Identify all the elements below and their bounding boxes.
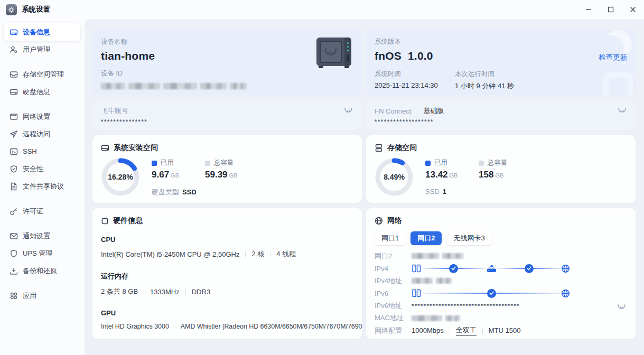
ipv4-address-label: IPv4地址: [375, 276, 412, 286]
check-icon: [525, 264, 534, 273]
user-gear-icon: [10, 45, 18, 54]
maximize-button[interactable]: [600, 0, 622, 19]
globe-icon: [375, 217, 383, 225]
sidebar-item-label: 文件共享协议: [23, 182, 64, 191]
system-space-percent: 16.28%: [101, 157, 140, 197]
network-config-row: 网络配置 1000Mbps 全双工 MTU 1500: [375, 324, 627, 337]
sidebar-item-notifications[interactable]: 通知设置: [4, 227, 80, 245]
gpu-info: Intel HD Graphics 3000 AMD Whistler [Rad…: [101, 323, 353, 330]
window-title: 系统设置: [22, 5, 50, 14]
gpu-label: GPU: [101, 309, 353, 317]
system-space-card: 系统安装空间 16.28% 已用 9.67GB 总容量 59.: [92, 135, 362, 203]
ipv6-connection-diagram: [412, 288, 570, 298]
check-update-link[interactable]: 检查更新: [599, 53, 627, 62]
used-label: 已用: [434, 158, 447, 167]
uptime-value: 1 小时 9 分钟 41 秒: [455, 81, 514, 91]
network-port-icon: [10, 113, 18, 121]
ipv6-label: IPv6: [375, 289, 412, 297]
key-icon: [10, 207, 18, 216]
ipv6-address-label: IPv6地址: [375, 301, 412, 311]
port-name-label: 网口2: [375, 251, 412, 261]
used-legend-swatch: [152, 161, 157, 166]
sidebar-item-disk-info[interactable]: 硬盘信息: [4, 83, 80, 100]
sidebar-item-ups[interactable]: UPS 管理: [4, 245, 80, 262]
router-icon: [486, 264, 497, 273]
apps-grid-icon: [10, 292, 18, 300]
sidebar-item-device-info[interactable]: 设备信息: [4, 23, 80, 41]
sidebar-item-security[interactable]: 安全性: [4, 160, 80, 178]
used-label: 已用: [161, 158, 174, 167]
used-value: 13.42: [425, 170, 448, 180]
sidebar-item-label: 硬盘信息: [23, 87, 50, 97]
system-space-title: 系统安装空间: [114, 143, 158, 153]
network-card: 网络 网口1 网口2 无线网卡3 网口2 IPv4: [366, 208, 636, 339]
disk-type-value: SSD: [182, 188, 197, 196]
system-version-label: 系统版本: [375, 38, 627, 46]
tab-port2[interactable]: 网口2: [410, 231, 442, 245]
envelope-icon: [10, 232, 18, 240]
tab-wireless3[interactable]: 无线网卡3: [446, 231, 491, 245]
sidebar-item-backup[interactable]: 备份和还原: [4, 262, 80, 279]
sidebar-item-apps[interactable]: 应用: [4, 287, 80, 304]
link-speed: 1000Mbps: [412, 326, 444, 334]
sidebar-item-storage-management[interactable]: 存储空间管理: [4, 66, 80, 83]
minimize-button[interactable]: [577, 0, 600, 19]
ipv4-label: IPv4: [375, 265, 412, 273]
ipv4-status-row: IPv4: [375, 263, 627, 275]
fnos-horn-icon: [344, 107, 353, 114]
fn-connect-card: FN Connect 基础版 *******************: [366, 100, 636, 130]
gpu-integrated: Intel HD Graphics 3000: [101, 323, 169, 330]
storage-space-donut: 8.49%: [375, 157, 414, 197]
port-name-redacted: [412, 253, 463, 259]
sidebar-item-label: 设备信息: [23, 27, 50, 37]
system-space-donut: 16.28%: [101, 157, 140, 197]
ram-size: 2 条共 8 GB: [101, 287, 138, 296]
sidebar-item-label: 网络设置: [23, 112, 50, 122]
disk-icon: [10, 88, 18, 96]
sidebar-item-label: 安全性: [23, 164, 43, 174]
ram-info: 2 条共 8 GB 1333MHz DDR3: [101, 287, 353, 296]
chip-icon: [101, 217, 109, 225]
sidebar-item-label: SSH: [23, 147, 37, 155]
network-title: 网络: [387, 216, 402, 226]
sidebar-item-file-sharing[interactable]: 文件共享协议: [4, 178, 80, 195]
fnos-horn-icon: [617, 304, 626, 310]
mtu-value: MTU 1500: [489, 326, 521, 334]
sidebar-item-network-settings[interactable]: 网络设置: [4, 108, 80, 125]
cpu-threads: 4 线程: [276, 249, 296, 259]
close-button[interactable]: [622, 0, 644, 19]
sidebar-item-label: 应用: [23, 291, 36, 301]
nas-server-icon: [412, 288, 422, 298]
mac-address-redacted: [412, 315, 460, 321]
system-version-card: 系统版本 fnOS 1.0.0 检查更新 系统时间 2025-11-21 23:…: [366, 30, 636, 95]
ups-shield-icon: [10, 249, 18, 258]
total-value: 59.39: [205, 170, 228, 180]
total-unit: GB: [229, 172, 238, 179]
cpu-label: CPU: [101, 236, 353, 244]
total-legend-swatch: [479, 161, 484, 166]
fn-connect-badge: 基础版: [423, 106, 444, 116]
sidebar-item-label: 存储空间管理: [23, 70, 64, 79]
sidebar-item-ssh[interactable]: SSH: [4, 143, 80, 160]
used-legend-swatch: [425, 161, 431, 166]
sidebar-item-label: 通知设置: [23, 231, 50, 241]
tab-port1[interactable]: 网口1: [375, 231, 406, 245]
cpu-cores: 2 核: [251, 249, 264, 259]
backup-restore-icon: [10, 267, 18, 275]
internet-globe-icon: [561, 289, 570, 298]
pool-label: SSD: [425, 188, 440, 195]
fn-account-card: 飞牛账号 ***************: [92, 100, 362, 130]
sidebar-item-label: 许可证: [23, 207, 43, 216]
device-name: tian-home: [101, 50, 353, 62]
document-icon: [10, 182, 18, 191]
terminal-icon: [10, 147, 18, 156]
total-label: 总容量: [214, 158, 234, 167]
ipv4-address-redacted: [412, 278, 452, 284]
hardware-card: 硬件信息 CPU Intel(R) Core(TM) i5-2450M CPU …: [92, 208, 362, 339]
total-value: 158: [479, 170, 493, 180]
sidebar-item-license[interactable]: 许可证: [4, 202, 80, 220]
uptime-label: 本次运行时间: [455, 70, 514, 79]
sidebar-item-user-management[interactable]: 用户管理: [4, 41, 80, 58]
sidebar-item-remote-access[interactable]: 远程访问: [4, 125, 80, 143]
system-time-value: 2025-11-21 23:14:30: [375, 81, 455, 89]
